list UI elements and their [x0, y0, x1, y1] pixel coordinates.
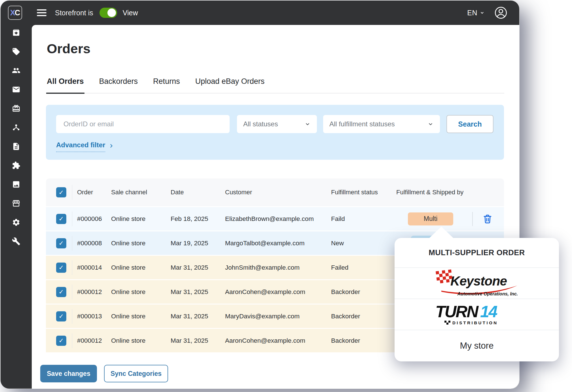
- advanced-filter-link[interactable]: Advanced filter: [56, 141, 114, 152]
- footer-actions: Save changes Sync Categories: [40, 365, 168, 382]
- pages-icon[interactable]: [10, 141, 22, 152]
- svg-text:TURN: TURN: [435, 302, 479, 321]
- table-header: ✓ Order Sale channel Date Customer Fulfi…: [46, 178, 504, 206]
- chevron-down-icon: [480, 10, 485, 15]
- multi-supplier-popup: MULTI-SUPPLIER ORDER Keystone Automotive…: [395, 238, 559, 361]
- tab-all-orders[interactable]: All Orders: [46, 77, 84, 94]
- orders-archive-icon[interactable]: [10, 27, 22, 38]
- select-all-checkbox[interactable]: ✓: [56, 187, 66, 197]
- integrations-hub-icon[interactable]: [10, 122, 22, 133]
- order-id: #000013: [77, 313, 102, 320]
- customer-email: MaryDavis@example.com: [225, 313, 300, 320]
- svg-text:DISTRIBUTION: DISTRIBUTION: [452, 320, 498, 325]
- order-date: Mar 31, 2025: [171, 264, 208, 271]
- row-checkbox[interactable]: ✓: [56, 336, 66, 346]
- order-date: Mar 31, 2025: [171, 337, 208, 344]
- fulfillment-status: Backorder: [331, 288, 360, 296]
- divider: [72, 285, 72, 299]
- storefront-icon[interactable]: [10, 198, 22, 209]
- order-date: Mar 31, 2025: [171, 313, 208, 320]
- toggle-knob: [107, 8, 116, 17]
- customer-email: MargoTalbot@example.com: [225, 240, 304, 247]
- customer-email: AaronCohen@example.com: [225, 337, 305, 344]
- divider: [72, 185, 72, 200]
- order-date: Mar 31, 2025: [171, 288, 208, 296]
- profile-icon[interactable]: [494, 6, 507, 19]
- table-row: ✓ #000006 Online store Feb 18, 2025 Eliz…: [46, 206, 504, 231]
- tabs-bar: All OrdersBackordersReturnsUpload eBay O…: [46, 77, 504, 93]
- order-id: #000012: [77, 288, 102, 296]
- topbar: XC Storefront is View EN: [1, 1, 519, 25]
- trash-icon[interactable]: [481, 212, 494, 225]
- search-button[interactable]: Search: [446, 115, 493, 133]
- multi-supplier-badge[interactable]: Multi: [408, 212, 453, 225]
- sync-categories-button[interactable]: Sync Categories: [104, 365, 168, 382]
- col-sale-channel: Sale channel: [111, 189, 147, 196]
- col-fulfillment-shipped-by: Fulfillment & Shipped by: [396, 189, 463, 196]
- divider: [72, 236, 72, 251]
- view-link[interactable]: View: [123, 9, 138, 17]
- hamburger-menu-icon[interactable]: [37, 9, 46, 16]
- customers-icon[interactable]: [10, 65, 22, 76]
- fulfillment-status: Backorder: [331, 337, 360, 344]
- turn14-logo: TURN 14 DISTRIBUTION: [434, 302, 519, 327]
- storefront-toggle[interactable]: [99, 8, 117, 18]
- language-selector[interactable]: EN: [467, 9, 485, 17]
- search-input[interactable]: [56, 115, 230, 133]
- supplier-keystone[interactable]: Keystone Automotive Operations, Inc.: [395, 268, 559, 299]
- order-date: Mar 19, 2025: [171, 240, 208, 247]
- fulfillment-select-value: All fulfillment statuses: [329, 120, 395, 128]
- logo-letter-c: C: [15, 8, 20, 17]
- svg-text:Keystone: Keystone: [450, 274, 507, 288]
- customer-email: JohnSmith@example.com: [225, 264, 300, 271]
- chevron-right-icon: [109, 143, 114, 149]
- keystone-logo: Keystone Automotive Operations, Inc.: [433, 269, 521, 297]
- svg-text:14: 14: [480, 302, 497, 321]
- row-checkbox[interactable]: ✓: [56, 214, 66, 224]
- tab-returns[interactable]: Returns: [152, 77, 181, 94]
- tab-backorders[interactable]: Backorders: [99, 77, 139, 94]
- checkered-flag: [436, 269, 453, 284]
- page-title: Orders: [47, 41, 90, 56]
- customer-email: AaronCohen@example.com: [225, 288, 305, 296]
- messages-icon[interactable]: [10, 84, 22, 95]
- divider: [72, 212, 72, 226]
- settings-gear-icon[interactable]: [10, 217, 22, 228]
- customer-email: ElizabethBrown@example.com: [225, 215, 314, 223]
- sale-channel: Online store: [111, 337, 145, 344]
- popup-title: MULTI-SUPPLIER ORDER: [395, 238, 559, 268]
- sale-channel: Online store: [111, 313, 145, 320]
- app-logo: XC: [8, 6, 22, 20]
- row-checkbox[interactable]: ✓: [56, 311, 66, 321]
- fulfillment-select[interactable]: All fulfillment statuses: [323, 115, 440, 133]
- supplier-turn14[interactable]: TURN 14 DISTRIBUTION: [395, 299, 559, 330]
- status-select[interactable]: All statuses: [237, 115, 317, 133]
- advanced-filter-label: Advanced filter: [56, 141, 105, 152]
- order-id: #000008: [77, 240, 102, 247]
- supplier-my-store[interactable]: My store: [395, 330, 559, 361]
- col-customer: Customer: [225, 189, 252, 196]
- fulfillment-status: Backorder: [331, 313, 360, 320]
- row-checkbox[interactable]: ✓: [56, 287, 66, 297]
- gift-certificates-icon[interactable]: [10, 103, 22, 114]
- chevron-down-icon: [427, 121, 434, 127]
- save-changes-button[interactable]: Save changes: [40, 365, 97, 382]
- addons-puzzle-icon[interactable]: [10, 160, 22, 171]
- sale-channel: Online store: [111, 264, 145, 271]
- col-date: Date: [171, 189, 184, 196]
- media-images-icon[interactable]: [10, 179, 22, 190]
- fulfillment-status: Failed: [331, 264, 348, 271]
- topbar-right: EN: [467, 6, 507, 19]
- tab-upload-ebay-orders[interactable]: Upload eBay Orders: [195, 77, 265, 94]
- sidebar: [1, 25, 32, 389]
- sale-channel: Online store: [111, 240, 145, 247]
- product-tag-icon[interactable]: [10, 46, 22, 57]
- storefront-label: Storefront is: [55, 9, 93, 17]
- row-checkbox[interactable]: ✓: [56, 263, 66, 273]
- divider: [72, 333, 72, 348]
- tools-wrench-icon[interactable]: [10, 236, 22, 247]
- row-checkbox[interactable]: ✓: [56, 238, 66, 248]
- my-store-label: My store: [460, 341, 494, 351]
- divider: [472, 212, 473, 226]
- order-date: Feb 18, 2025: [171, 215, 208, 223]
